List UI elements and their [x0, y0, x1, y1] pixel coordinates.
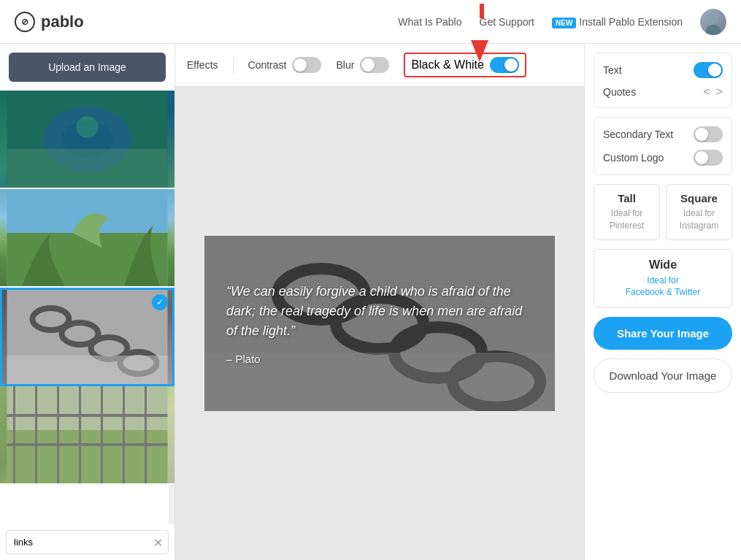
- quote-attribution: – Plato: [226, 353, 533, 365]
- main-layout: Upload an Image: [0, 44, 741, 560]
- toolbar: Effects Contrast Blur Black & White: [175, 44, 584, 87]
- nav-get-support[interactable]: Get Support: [480, 16, 535, 28]
- nav: What Is Pablo Get Support NEWInstall Pab…: [398, 9, 726, 35]
- image-list: ✓: [0, 91, 174, 524]
- effects-label: Effects: [187, 59, 218, 71]
- bw-control-box: Black & White: [404, 53, 526, 77]
- custom-logo-row: Custom Logo: [603, 150, 723, 166]
- thumbnail-plants: [0, 189, 174, 286]
- list-item[interactable]: [0, 91, 174, 189]
- blur-label: Blur: [336, 59, 354, 71]
- blur-toggle-knob: [361, 58, 375, 72]
- list-item[interactable]: [0, 189, 174, 288]
- text-label: Text: [603, 64, 622, 76]
- canvas-area: Effects Contrast Blur Black & White: [175, 44, 584, 560]
- avatar-image: [700, 9, 726, 35]
- contrast-toggle-knob: [293, 58, 307, 72]
- size-tall-card[interactable]: Tall Ideal forPinterest: [594, 184, 660, 240]
- selected-indicator: ✓: [152, 294, 168, 310]
- blur-control: Blur: [336, 57, 389, 73]
- arrow-head: [471, 40, 488, 62]
- size-square-title: Square: [674, 192, 724, 204]
- list-item[interactable]: ✓: [0, 288, 174, 386]
- text-row: Text: [603, 62, 723, 78]
- canvas-wrapper: “We can easily forgive a child who is af…: [175, 87, 584, 560]
- svg-point-4: [77, 116, 99, 138]
- nav-what-is-pablo[interactable]: What Is Pablo: [398, 16, 461, 28]
- list-item[interactable]: [0, 386, 174, 485]
- search-clear-icon[interactable]: ✕: [153, 535, 163, 549]
- right-panel: Text Quotes < > Secondary Text: [584, 44, 741, 560]
- tutorial-arrow: [471, 40, 488, 62]
- custom-logo-label: Custom Logo: [603, 152, 664, 164]
- svg-rect-3: [7, 149, 168, 189]
- toolbar-divider: [233, 56, 234, 74]
- sidebar: Upload an Image: [0, 44, 175, 560]
- search-input[interactable]: [6, 530, 169, 554]
- secondary-text-row: Secondary Text: [603, 126, 723, 142]
- logo-icon: ⊘: [15, 12, 35, 32]
- bw-toggle[interactable]: [490, 57, 519, 73]
- thumbnail-fence: [0, 386, 174, 483]
- quotes-row: Quotes < >: [603, 85, 723, 99]
- custom-logo-toggle[interactable]: [694, 150, 723, 166]
- quotes-nav[interactable]: < >: [703, 85, 723, 99]
- nav-install-extension[interactable]: NEWInstall Pablo Extension: [552, 16, 683, 28]
- arrow-stem: [480, 4, 484, 18]
- text-quotes-section: Text Quotes < >: [594, 53, 732, 108]
- logo[interactable]: ⊘ pablo: [15, 12, 84, 32]
- quotes-prev-icon[interactable]: <: [703, 85, 710, 99]
- download-button[interactable]: Download Your Image: [594, 358, 732, 393]
- text-toggle[interactable]: [694, 62, 723, 78]
- quotes-label: Quotes: [603, 86, 636, 98]
- effects-control[interactable]: Effects: [187, 59, 218, 71]
- size-wide-sub-platform: Facebook & Twitter: [626, 287, 701, 297]
- avatar[interactable]: [700, 9, 726, 35]
- quotes-next-icon[interactable]: >: [716, 85, 723, 99]
- size-tall-sub: Ideal forPinterest: [602, 207, 652, 232]
- size-tall-title: Tall: [602, 192, 652, 204]
- size-square-sub: Ideal forInstagram: [674, 207, 724, 232]
- share-button[interactable]: Share Your Image: [594, 317, 732, 350]
- secondary-text-toggle[interactable]: [694, 126, 723, 142]
- contrast-toggle[interactable]: [292, 57, 321, 73]
- svg-rect-12: [7, 356, 168, 386]
- size-wide-sub: Ideal for Facebook & Twitter: [603, 275, 723, 299]
- header: ⊘ pablo What Is Pablo Get Support NEWIns…: [0, 0, 741, 44]
- contrast-control: Contrast: [248, 57, 322, 73]
- image-canvas[interactable]: “We can easily forgive a child who is af…: [204, 236, 555, 411]
- thumbnail-chain: [2, 290, 172, 384]
- secondary-text-label: Secondary Text: [603, 129, 673, 140]
- new-badge: NEW: [552, 18, 576, 28]
- secondary-options-section: Secondary Text Custom Logo: [594, 117, 732, 175]
- svg-rect-14: [7, 430, 168, 485]
- size-wide-title: Wide: [603, 258, 723, 272]
- logo-text: pablo: [41, 12, 84, 31]
- bw-toggle-knob: [504, 58, 518, 72]
- secondary-text-toggle-knob: [695, 128, 708, 141]
- quote-text: “We can easily forgive a child who is af…: [226, 282, 533, 341]
- size-grid: Tall Ideal forPinterest Square Ideal for…: [594, 184, 732, 240]
- text-toggle-knob: [708, 64, 721, 77]
- size-square-card[interactable]: Square Ideal forInstagram: [666, 184, 732, 240]
- custom-logo-toggle-knob: [695, 151, 708, 164]
- thumbnail-harbor: [0, 91, 174, 188]
- size-wide-card[interactable]: Wide Ideal for Facebook & Twitter: [594, 249, 732, 309]
- contrast-label: Contrast: [248, 59, 287, 71]
- blur-toggle[interactable]: [360, 57, 389, 73]
- search-box: ✕: [6, 530, 169, 554]
- upload-button[interactable]: Upload an Image: [9, 53, 166, 82]
